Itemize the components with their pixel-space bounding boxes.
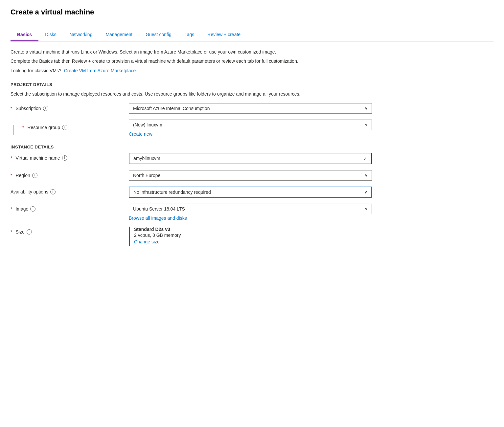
tab-review-create[interactable]: Review + create [201,29,247,41]
page-title: Create a virtual machine [11,8,493,16]
size-label: Size [15,229,24,235]
availability-value: No infrastructure redundancy required [133,190,211,195]
image-row: * Image i Ubuntu Server 18.04 LTS ∨ Brow… [11,204,493,221]
tab-tags[interactable]: Tags [178,29,201,41]
description-line1: Create a virtual machine that runs Linux… [11,48,493,56]
vm-name-required-star: * [11,155,12,161]
vm-name-label: Virtual machine name [15,155,60,161]
project-details-description: Select the subscription to manage deploy… [11,90,493,98]
tab-disks[interactable]: Disks [38,29,63,41]
size-info-icon[interactable]: i [27,229,32,235]
resource-group-dropdown[interactable]: (New) linuxvm ∨ [129,120,372,130]
region-chevron-icon: ∨ [365,173,368,178]
subscription-value: Microsoft Azure Internal Consumption [133,106,210,111]
vm-name-label-col: * Virtual machine name i [11,153,129,161]
resource-group-label: Resource group [27,125,60,130]
region-label: Region [15,173,30,178]
size-indicator-bar [129,227,130,246]
description-classic: Looking for classic VMs? Create VM from … [11,67,493,74]
image-value: Ubuntu Server 18.04 LTS [133,206,185,212]
size-required-star: * [11,229,12,235]
tab-basics[interactable]: Basics [11,29,38,41]
size-detail: 2 vcpus, 8 GB memory [134,233,181,238]
tab-guest-config[interactable]: Guest config [139,29,178,41]
vm-name-check-icon: ✓ [363,155,367,162]
subscription-dropdown[interactable]: Microsoft Azure Internal Consumption ∨ [129,103,372,114]
region-info-icon[interactable]: i [32,173,37,178]
size-details: Standard D2s v3 2 vcpus, 8 GB memory Cha… [134,227,181,246]
availability-label-col: Availability options i [11,187,129,194]
indent-line [13,125,20,135]
subscription-label-col: * Subscription i [11,103,129,111]
subscription-required-star: * [11,106,12,111]
instance-details-header: INSTANCE DETAILS [11,145,493,149]
vm-name-input-wrapper: ✓ [129,153,372,164]
region-label-col: * Region i [11,170,129,178]
availability-chevron-icon: ∨ [364,190,367,194]
image-info-icon[interactable]: i [30,206,35,212]
tab-nav: Basics Disks Networking Management Guest… [11,29,493,42]
availability-info-icon[interactable]: i [50,189,56,194]
tab-networking[interactable]: Networking [63,29,99,41]
image-label-col: * Image i [11,204,129,212]
availability-dropdown[interactable]: No infrastructure redundancy required ∨ [129,187,372,198]
tab-management[interactable]: Management [99,29,139,41]
description-line2: Complete the Basics tab then Review + cr… [11,57,493,65]
availability-label: Availability options [11,189,48,194]
vm-name-info-icon[interactable]: i [62,155,67,161]
title-divider [11,22,493,22]
region-row: * Region i North Europe ∨ [11,170,493,181]
create-new-link[interactable]: Create new [129,131,152,137]
subscription-row: * Subscription i Microsoft Azure Interna… [11,103,493,114]
resource-group-chevron-icon: ∨ [365,123,368,127]
image-chevron-icon: ∨ [365,207,368,211]
project-details-header: PROJECT DETAILS [11,82,493,87]
size-container: Standard D2s v3 2 vcpus, 8 GB memory Cha… [129,227,493,246]
resource-group-info-icon[interactable]: i [62,125,67,130]
size-label-col: * Size i [11,227,129,235]
size-control: Standard D2s v3 2 vcpus, 8 GB memory Cha… [129,227,493,246]
size-name: Standard D2s v3 [134,227,181,232]
size-row: * Size i Standard D2s v3 2 vcpus, 8 GB m… [11,227,493,246]
resource-group-required-star: * [22,125,24,130]
resource-group-label-col: * Resource group i [11,120,129,135]
region-dropdown[interactable]: North Europe ∨ [129,170,372,181]
browse-images-link[interactable]: Browse all images and disks [129,215,187,221]
subscription-label: Subscription [15,106,41,111]
vm-name-row: * Virtual machine name i ✓ [11,153,493,164]
vm-name-control: ✓ [129,153,493,164]
image-required-star: * [11,206,12,212]
image-control: Ubuntu Server 18.04 LTS ∨ Browse all ima… [129,204,493,221]
classic-label: Looking for classic VMs? [11,68,61,73]
resource-group-control: (New) linuxvm ∨ Create new [129,120,493,137]
availability-control: No infrastructure redundancy required ∨ [129,187,493,198]
subscription-chevron-icon: ∨ [365,106,368,111]
region-required-star: * [11,173,12,178]
resource-group-row: * Resource group i (New) linuxvm ∨ Creat… [11,120,493,137]
region-control: North Europe ∨ [129,170,493,181]
image-label: Image [15,206,28,212]
classic-vm-link[interactable]: Create VM from Azure Marketplace [64,68,136,73]
resource-group-indent: * Resource group i [11,122,67,135]
subscription-control: Microsoft Azure Internal Consumption ∨ [129,103,493,114]
subscription-info-icon[interactable]: i [43,106,48,111]
resource-group-value: (New) linuxvm [133,122,162,127]
region-value: North Europe [133,173,160,178]
image-dropdown[interactable]: Ubuntu Server 18.04 LTS ∨ [129,204,372,214]
vm-name-input[interactable] [133,156,363,161]
availability-row: Availability options i No infrastructure… [11,187,493,198]
change-size-link[interactable]: Change size [134,239,160,244]
